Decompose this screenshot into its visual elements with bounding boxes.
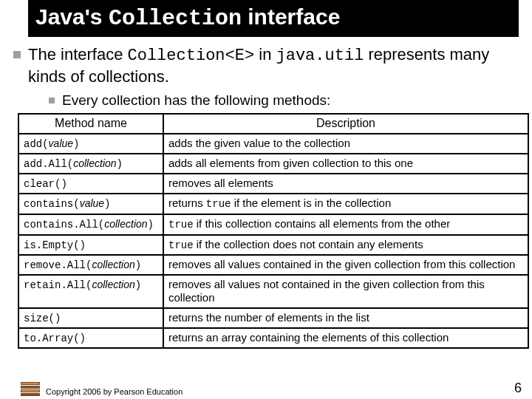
method-cell: size() — [18, 308, 163, 328]
bullet-1-text: The interface Collection<E> in java.util… — [28, 44, 519, 86]
slide-footer: Copyright 2006 by Pearson Education 6 — [0, 380, 532, 396]
table-row: retain.All(collection)removes all values… — [18, 275, 528, 308]
methods-table: Method name Description add(value)adds t… — [18, 113, 529, 349]
method-cell: is.Empty() — [18, 235, 163, 256]
description-cell: returns an array containing the elements… — [163, 328, 528, 348]
method-name: is.Empty() — [24, 239, 86, 251]
method-cell: contains.All(collection) — [18, 214, 163, 235]
method-cell: clear() — [18, 174, 163, 194]
book-stack-icon — [21, 380, 40, 396]
method-param: collection — [92, 259, 134, 270]
description-cell: adds the given value to the collection — [163, 134, 528, 154]
table-row: add.All(collection)adds all elements fro… — [18, 154, 528, 174]
description-text: returns an array containing the elements… — [168, 331, 449, 344]
table-row: contains.All(collection)true if this col… — [18, 214, 528, 235]
bullet-mono2: java.util — [276, 47, 364, 65]
slide: Java's Collection interface The interfac… — [0, 0, 532, 399]
method-cell: contains(value) — [18, 194, 163, 214]
method-name: add.All(collection) — [24, 158, 123, 170]
description-mono: true — [168, 219, 194, 231]
description-text: true if this collection contains all ele… — [168, 217, 450, 230]
description-mono: true — [206, 198, 231, 210]
bullet-mono1: Collection<E> — [128, 47, 255, 65]
title-pre: Java's — [35, 4, 109, 29]
table-row: size()returns the number of elements in … — [18, 308, 528, 328]
page-number: 6 — [514, 381, 522, 396]
bullet-1: The interface Collection<E> in java.util… — [13, 44, 519, 86]
description-text: adds all elements from given collection … — [168, 157, 413, 169]
table-row: contains(value)returns true if the eleme… — [18, 194, 528, 214]
method-name: add(value) — [24, 138, 79, 150]
method-name: to.Array() — [24, 332, 86, 344]
slide-body: The interface Collection<E> in java.util… — [0, 37, 532, 349]
method-name: size() — [24, 313, 61, 324]
bullet-icon — [49, 98, 55, 103]
description-text: returns true if the element is in the co… — [168, 197, 391, 209]
method-param: collection — [92, 279, 134, 290]
description-text: removes all values contained in the give… — [168, 258, 515, 270]
method-name: retain.All(collection) — [24, 279, 141, 291]
sub-bullet-1: Every collection has the following metho… — [49, 92, 519, 109]
method-param: value — [49, 137, 73, 149]
description-cell: returns true if the element is in the co… — [163, 194, 528, 214]
table-row: is.Empty()true if the collection does no… — [18, 235, 528, 256]
method-param: collection — [73, 157, 116, 169]
description-cell: adds all elements from given collection … — [163, 154, 528, 174]
method-param: collection — [104, 218, 147, 230]
description-cell: true if this collection contains all ele… — [163, 214, 528, 235]
th-description: Description — [163, 114, 528, 134]
title-post: interface — [242, 4, 340, 29]
method-cell: add(value) — [18, 134, 163, 154]
method-cell: retain.All(collection) — [18, 275, 163, 308]
footer-left: Copyright 2006 by Pearson Education — [21, 380, 183, 396]
description-mono: true — [168, 239, 194, 251]
bullet-mid: in — [254, 45, 276, 64]
description-cell: true if the collection does not contain … — [163, 235, 528, 256]
title-mono: Collection — [109, 6, 242, 31]
description-cell: removes all elements — [163, 174, 528, 194]
method-name: clear() — [24, 178, 67, 190]
bullet-icon — [13, 51, 21, 58]
method-param: value — [80, 197, 104, 209]
method-cell: add.All(collection) — [18, 154, 163, 174]
table-row: to.Array()returns an array containing th… — [18, 328, 528, 348]
table-row: clear()removes all elements — [18, 174, 528, 194]
description-cell: removes all values contained in the give… — [163, 255, 528, 275]
table-header-row: Method name Description — [18, 114, 528, 134]
method-cell: to.Array() — [18, 328, 163, 348]
description-cell: returns the number of elements in the li… — [163, 308, 528, 328]
description-text: returns the number of elements in the li… — [168, 311, 369, 324]
table-row: add(value)adds the given value to the co… — [18, 134, 528, 154]
bullet-pre: The interface — [28, 45, 128, 64]
method-name: contains.All(collection) — [24, 219, 154, 231]
copyright-text: Copyright 2006 by Pearson Education — [46, 387, 183, 396]
slide-title: Java's Collection interface — [28, 0, 519, 37]
description-cell: removes all values not contained in the … — [163, 275, 528, 308]
sub-bullet-1-text: Every collection has the following metho… — [62, 92, 330, 109]
th-method: Method name — [18, 114, 163, 134]
description-text: removes all elements — [168, 177, 273, 189]
method-cell: remove.All(collection) — [18, 255, 163, 275]
method-name: remove.All(collection) — [24, 259, 141, 271]
method-name: contains(value) — [24, 198, 111, 210]
description-text: true if the collection does not contain … — [168, 238, 423, 250]
description-text: adds the given value to the collection — [168, 137, 350, 149]
table-row: remove.All(collection)removes all values… — [18, 255, 528, 275]
description-text: removes all values not contained in the … — [168, 278, 485, 304]
